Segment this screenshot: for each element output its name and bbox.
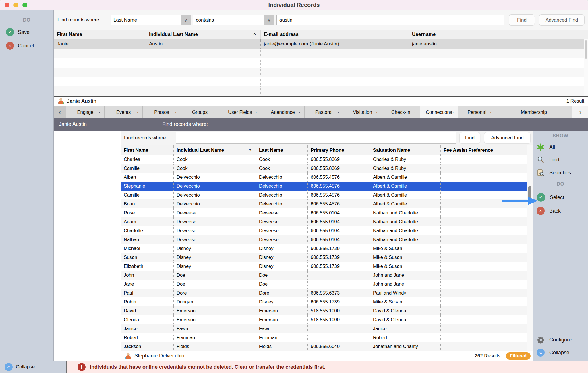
search-query-input[interactable] (276, 15, 504, 25)
operator-select[interactable]: contains ∨ (193, 15, 274, 25)
table-cell: Nathan and Charlotte (370, 208, 441, 217)
table-row[interactable]: RobertFeinmanFeinmanRobert (121, 333, 527, 342)
tab-menu-icon[interactable]: ⋮ (375, 110, 379, 115)
column-header-individual-last-name[interactable]: Individual Last Name^ (174, 145, 256, 155)
field-select[interactable]: Last Name ∨ (111, 15, 191, 25)
tab-menu-icon[interactable]: ⋮ (212, 110, 216, 115)
table-row[interactable]: BrianDelvecchioDelvecchio606.555.4576Alb… (121, 199, 527, 208)
select-button[interactable]: ✓ Select (537, 193, 564, 202)
table-row[interactable]: JaneDoeDoeJohn and Jane (121, 280, 527, 289)
record-tab-bar: ‹ Engage⋮Events⋮Photos⋮Groups⋮User Field… (54, 106, 588, 118)
tab-membership[interactable]: Membership (496, 106, 572, 118)
table-row[interactable]: JaniceFawnFawnJanice (121, 324, 527, 333)
column-header-primary-phone[interactable]: Primary Phone (308, 145, 370, 155)
vertical-scrollbar[interactable] (584, 39, 588, 96)
table-cell: Janice (121, 324, 174, 333)
cancel-button[interactable]: × Cancel (6, 41, 53, 50)
empty-row (54, 68, 588, 77)
table-cell: Albert & Camille (370, 173, 441, 182)
column-header-first-name[interactable]: First Name (121, 145, 174, 155)
table-row[interactable]: JacksonFieldsFields606.555.6040Jonathan … (121, 342, 527, 351)
table-cell: Camille (121, 164, 174, 173)
table-row[interactable]: NathanDeweeseDeweese606.555.0104Nathan a… (121, 235, 527, 244)
table-row[interactable]: RoseDeweeseDeweese606.555.0104Nathan and… (121, 208, 527, 217)
alert-exclamation-icon: ! (78, 363, 86, 371)
tab-label: Personal (467, 109, 486, 115)
tab-menu-icon[interactable]: ⋮ (413, 110, 417, 115)
scrollbar-thumb[interactable] (585, 40, 587, 59)
save-button[interactable]: ✓ Save (6, 28, 53, 36)
find-button[interactable]: Find (459, 132, 480, 144)
table-row[interactable]: ElizabethDisneyDisney606.555.1739Mike & … (121, 262, 527, 271)
tab-menu-icon[interactable]: ⋮ (451, 110, 455, 115)
tab-menu-icon[interactable]: ⋮ (297, 110, 302, 115)
scrollbar-thumb[interactable] (528, 186, 531, 204)
tab-attendance[interactable]: Attendance⋮ (261, 106, 305, 118)
collapse-sidebar-button[interactable]: « Collapse (537, 348, 569, 357)
table-row[interactable]: JohnDoeDoeJohn and Jane (121, 271, 527, 280)
table-row[interactable]: PaulDoreDore606.555.6373Paul and Windy (121, 289, 527, 297)
find-button[interactable]: Find (509, 14, 535, 26)
tab-menu-icon[interactable]: ⋮ (97, 110, 102, 115)
tab-events[interactable]: Events⋮ (105, 106, 143, 118)
collapse-label: Collapse (549, 350, 569, 356)
table-row[interactable]: DavidEmersonEmerson518.555.1000David & G… (121, 306, 527, 315)
advanced-find-button[interactable]: Advanced Find (484, 132, 531, 144)
table-row[interactable]: CamilleCookCook606.555.8369Charles & Rub… (121, 164, 527, 173)
table-cell: Disney (256, 297, 308, 306)
tab-menu-icon[interactable]: ⋮ (136, 110, 140, 115)
picker-search-input[interactable] (176, 132, 456, 144)
column-header-fee-assist-preference[interactable]: Fee Assist Preference (441, 145, 527, 155)
tab-groups[interactable]: Groups⋮ (181, 106, 219, 118)
picker-table: First Name Individual Last Name^ Last Na… (121, 145, 527, 351)
column-header-last-name[interactable]: Last Name (256, 145, 308, 155)
table-row[interactable]: AlbertDelvecchioDelvecchio606.555.4576Al… (121, 173, 527, 182)
table-row[interactable]: MichaelDisneyDisney606.555.1739Mike & Su… (121, 244, 527, 253)
table-cell: 606.555.1739 (308, 253, 370, 262)
table-row[interactable]: CharlesCookCook606.555.8369Charles & Rub… (121, 155, 527, 164)
table-row[interactable]: GlendaEmersonEmerson518.555.1000David & … (121, 315, 527, 324)
show-all-button[interactable]: All (537, 143, 555, 151)
tab-menu-icon[interactable]: ⋮ (489, 110, 493, 115)
column-header-email[interactable]: E-mail address (261, 30, 409, 39)
tab-connections[interactable]: Connections⋮ (420, 106, 458, 118)
table-cell: Robin (121, 297, 174, 306)
show-find-button[interactable]: Find (537, 155, 559, 164)
column-header-first-name[interactable]: First Name (54, 30, 146, 39)
table-row[interactable]: StephanieDelvecchioDelvecchio606.555.457… (121, 182, 527, 191)
column-header-username[interactable]: Username (409, 30, 498, 39)
advanced-find-button[interactable]: Advanced Find (539, 14, 585, 26)
table-row[interactable]: SusanDisneyDisney606.555.1739Mike & Susa… (121, 253, 527, 262)
configure-button[interactable]: Configure (537, 335, 572, 344)
tab-menu-icon[interactable]: ⋮ (254, 110, 258, 115)
table-row[interactable]: CharlotteDeweeseDeweese606.555.0104Natha… (121, 226, 527, 235)
column-header-salutation-name[interactable]: Salutation Name (370, 145, 441, 155)
table-row[interactable]: Janie Austin janie@example.com (Janie Au… (54, 39, 588, 49)
table-cell: Austin (146, 39, 261, 49)
show-searches-button[interactable]: Searches (537, 168, 571, 177)
tab-label: Membership (521, 109, 547, 115)
back-button[interactable]: × Back (537, 207, 561, 215)
tab-menu-icon[interactable]: ⋮ (336, 110, 341, 115)
collapse-panel-button[interactable]: « Collapse (0, 361, 67, 373)
tab-pastoral[interactable]: Pastoral⋮ (305, 106, 343, 118)
vertical-scrollbar[interactable] (527, 145, 533, 351)
table-row[interactable]: CamilleDelvecchioDelvecchio606.555.4576A… (121, 191, 527, 199)
tab-scroll-left-button[interactable]: ‹ (54, 106, 66, 118)
check-circle-icon: ✓ (6, 28, 14, 36)
tab-scroll-right-button[interactable]: › (572, 106, 588, 118)
tab-engage[interactable]: Engage⋮ (66, 106, 105, 118)
table-cell (441, 155, 527, 164)
table-row[interactable]: AdamDeweeseDeweese606.555.0104Nathan and… (121, 217, 527, 226)
table-cell: Brian (121, 199, 174, 208)
tab-check-in[interactable]: Check-In⋮ (382, 106, 420, 118)
tab-photos[interactable]: Photos⋮ (143, 106, 181, 118)
tab-personal[interactable]: Personal⋮ (458, 106, 496, 118)
tab-visitation[interactable]: Visitation⋮ (343, 106, 382, 118)
table-cell: Delvecchio (256, 182, 308, 191)
tab-user-fields[interactable]: User Fields⋮ (219, 106, 261, 118)
table-cell: Charles & Ruby (370, 164, 441, 173)
tab-menu-icon[interactable]: ⋮ (174, 110, 178, 115)
column-header-individual-last-name[interactable]: Individual Last Name^ (146, 30, 261, 39)
table-row[interactable]: RobinDunganDisney606.555.1739Mike & Susa… (121, 297, 527, 306)
